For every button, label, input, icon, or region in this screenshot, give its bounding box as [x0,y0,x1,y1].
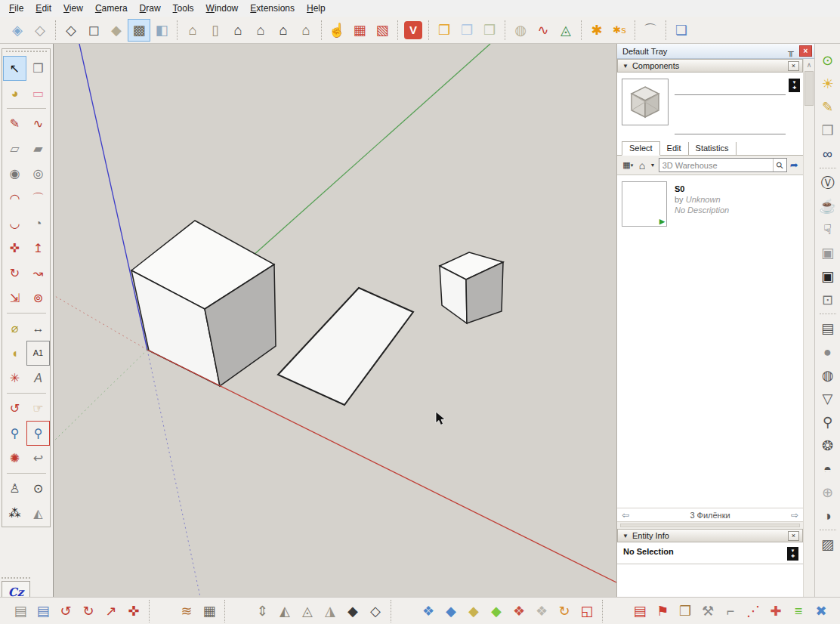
text-tool[interactable]: A1 [26,341,50,366]
style-monochrome-icon[interactable]: ◧ [150,19,173,42]
texture-rotate-left-icon[interactable]: ↺ [54,600,77,622]
cross-blue-icon[interactable]: ✖ [810,600,832,622]
menu-window[interactable]: Window [200,1,245,16]
rotate-tool[interactable]: ↻ [3,261,26,286]
navigation-dropdown-button[interactable]: ▼ [648,158,656,173]
menu-view[interactable]: View [57,1,89,16]
curviloft-icon[interactable]: ◬ [554,19,577,42]
push-pull-tool[interactable]: ↥ [26,236,50,261]
ground-rectangle[interactable] [278,288,413,405]
texture-brick-blue-icon[interactable]: ▤ [32,600,54,622]
protractor-tool[interactable]: ◖ [3,341,26,366]
home-solid-icon[interactable]: ⌂ [227,19,249,42]
components-close-icon[interactable]: × [788,61,799,71]
flag-icon[interactable]: ⚑ [651,600,674,622]
sandbox-stamp-icon[interactable]: ◭ [273,600,296,622]
zoom-tool[interactable]: ⚲ [3,421,26,446]
sun-shadow-icon[interactable]: ☀ [817,72,838,95]
tab-statistics[interactable]: Statistics [689,142,737,155]
round-corner-orange-icon[interactable]: ❒ [433,19,456,42]
share-model-icon[interactable]: ▯ [204,19,227,42]
dome-light-icon[interactable]: ◓ [817,457,838,480]
wood-block-icon[interactable]: ❒ [674,600,696,622]
quad-blue-hash-icon[interactable]: ❖ [417,600,440,622]
component-name-field[interactable] [675,79,786,95]
prev-collection-icon[interactable]: ⇦ [622,510,629,521]
components-section-header[interactable]: ▼ Components × [617,59,803,73]
menu-camera[interactable]: Camera [89,1,134,16]
dimension-tool[interactable]: ↔ [26,316,50,341]
frame-buffer-history-icon[interactable]: ▣ [817,241,838,264]
sandbox-smoove-icon[interactable]: ⇕ [251,600,273,622]
quad-red-grid-icon[interactable]: ❖ [508,600,530,622]
view-options-button[interactable]: ▦ ▾ [620,158,635,173]
texture-move-icon[interactable]: ↗ [100,600,122,622]
texture-spread-icon[interactable]: ✜ [122,600,145,622]
arc-tool[interactable]: ◠ [3,186,26,211]
follow-me-tool[interactable]: ↝ [26,261,50,286]
axes-tool[interactable]: ✳ [3,366,26,391]
batch-render-lock-icon[interactable]: ⊡ [817,288,838,311]
extension-power-icon[interactable]: ⊙ [817,48,838,72]
quad-green-icon[interactable]: ◆ [485,600,508,622]
horizontal-scrollbar[interactable] [617,521,803,529]
section-plane-tool[interactable]: ◭ [26,501,50,526]
look-around-tool[interactable]: ⊙ [26,476,50,501]
three-point-arc-tool[interactable]: ◡ [3,211,26,236]
expand-arrow-icon[interactable]: ▶ [659,218,665,225]
quad-yellow-icon[interactable]: ◆ [462,600,485,622]
menu-tools[interactable]: Tools [167,1,200,16]
fredo-asterisk-s-icon[interactable]: ✱s [608,19,631,42]
move-tool[interactable]: ✜ [3,236,26,261]
modeling-viewport[interactable] [53,44,616,597]
eraser-tool[interactable]: ▭ [26,81,50,106]
sandbox-from-scratch-icon[interactable]: ▦ [198,600,221,622]
paint-bucket-tool[interactable]: ◕ [3,81,26,106]
rotated-rectangle-tool[interactable]: ▰ [26,136,50,161]
entity-info-close-icon[interactable]: × [788,531,799,541]
spot-light-icon[interactable]: ▽ [817,387,838,410]
zoom-window-tool[interactable]: ⚲ [26,421,50,446]
component-export-icon[interactable]: ▧ [371,19,394,42]
pie-tool[interactable]: ◔ [26,211,50,236]
half-dome-light-icon[interactable]: ◑ [817,504,838,527]
texture-rotate-right-icon[interactable]: ↻ [77,600,100,622]
menu-file[interactable]: File [3,1,29,16]
quad-face-icon[interactable]: ◱ [576,600,598,622]
orbit-tool[interactable]: ↺ [3,396,26,421]
style-shaded-icon[interactable]: ◆ [105,19,128,42]
unfold-tool-icon[interactable]: ❏ [670,19,693,42]
style-xray-icon[interactable]: ◈ [6,19,29,42]
warehouse-house-icon[interactable]: ⌂ [181,19,204,42]
next-collection-icon[interactable]: ⇨ [791,510,798,521]
large-cube[interactable] [131,221,276,386]
line-tool[interactable]: ✎ [3,111,26,136]
round-corner-blue-icon[interactable]: ❒ [456,19,478,42]
circle-tool[interactable]: ◉ [3,161,26,186]
sandbox-drape-icon[interactable]: ◬ [296,600,319,622]
entity-info-section-header[interactable]: ▼ Entity Info × [617,529,803,542]
offset-tool[interactable]: ⊚ [26,286,50,310]
vray-logo-icon[interactable]: V [404,21,422,39]
pan-tool[interactable]: ☞ [26,396,50,421]
menu-help[interactable]: Help [301,1,332,16]
bezier-curve-icon[interactable]: ∿ [532,19,554,42]
barn-icon[interactable]: ⌂ [295,19,317,42]
search-input[interactable] [659,161,773,170]
round-corner-green-icon[interactable]: ❒ [478,19,501,42]
tray-close-icon[interactable]: × [799,45,812,57]
component-details-button[interactable]: ▼ ✚ [789,79,800,92]
component-panel-icon[interactable]: ▦ [348,19,371,42]
stack-green-icon[interactable]: ≡ [787,600,810,622]
scroll-up-icon[interactable]: ∧ [807,59,812,71]
previous-view-tool[interactable]: ↩ [26,446,50,471]
profile-bend-icon[interactable]: ⌐ [719,600,742,622]
tray-scrollbar[interactable]: ∧ [803,59,814,597]
collapse-caret-icon[interactable]: ▼ [622,533,628,539]
sandbox-from-contours-icon[interactable]: ≋ [175,600,198,622]
fredo-asterisk-icon[interactable]: ✱ [585,19,608,42]
dome-sphere-icon[interactable]: ◍ [817,363,838,387]
house-outline-icon[interactable]: ⌂ [272,19,295,42]
tab-select[interactable]: Select [622,141,660,156]
make-component-tool[interactable]: ❒ [26,56,50,81]
